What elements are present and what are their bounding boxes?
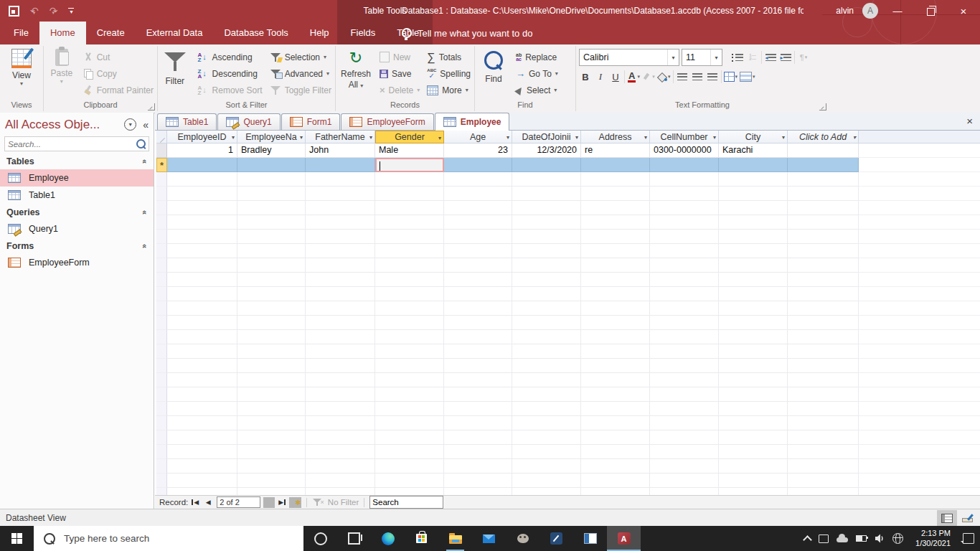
data-cell[interactable] xyxy=(788,158,859,172)
empty-cell[interactable] xyxy=(581,187,650,201)
empty-cell[interactable] xyxy=(512,172,581,187)
empty-cell[interactable] xyxy=(444,387,512,402)
empty-cell[interactable] xyxy=(788,402,859,416)
highlight-color-button[interactable]: ▾ xyxy=(642,70,655,84)
text-formatting-dialog-launcher[interactable] xyxy=(819,103,826,110)
format-painter-button[interactable]: Format Painter xyxy=(80,82,157,98)
font-color-button[interactable]: A▾ xyxy=(627,70,640,84)
empty-cell[interactable] xyxy=(237,373,306,387)
row-selector[interactable] xyxy=(156,287,167,301)
empty-cell[interactable] xyxy=(237,287,306,301)
column-header-gender[interactable]: Gender▾ xyxy=(375,131,444,143)
empty-cell[interactable] xyxy=(375,273,444,287)
column-header-city[interactable]: City▾ xyxy=(719,131,788,143)
empty-cell[interactable] xyxy=(788,445,859,459)
go-to-button[interactable]: → Go To▾ xyxy=(512,65,562,82)
empty-cell[interactable] xyxy=(167,215,237,230)
numbering-button[interactable]: 1—2— xyxy=(746,50,759,65)
mail-button[interactable] xyxy=(472,526,506,551)
empty-cell[interactable] xyxy=(444,230,512,244)
empty-cell[interactable] xyxy=(444,215,512,230)
new-blank-record-button[interactable]: ▶✱ xyxy=(289,497,301,508)
data-cell[interactable]: 23 xyxy=(444,143,512,158)
search-icon[interactable] xyxy=(136,139,146,149)
empty-cell[interactable] xyxy=(306,402,375,416)
data-cell[interactable]: 0300-0000000 xyxy=(650,143,719,158)
empty-cell[interactable] xyxy=(788,430,859,445)
empty-cell[interactable] xyxy=(375,330,444,344)
row-selector[interactable] xyxy=(156,402,167,416)
empty-cell[interactable] xyxy=(237,430,306,445)
empty-cell[interactable] xyxy=(375,459,444,474)
bold-button[interactable]: B xyxy=(579,70,592,84)
empty-cell[interactable] xyxy=(719,416,788,430)
empty-cell[interactable] xyxy=(719,330,788,344)
empty-cell[interactable] xyxy=(444,316,512,330)
increase-indent-button[interactable]: ▸ xyxy=(779,50,792,65)
column-dropdown-icon[interactable]: ▾ xyxy=(782,134,785,141)
row-selector[interactable] xyxy=(156,330,167,344)
empty-cell[interactable] xyxy=(167,359,237,373)
empty-cell[interactable] xyxy=(306,459,375,474)
empty-cell[interactable] xyxy=(375,187,444,201)
data-cell[interactable] xyxy=(167,158,237,172)
column-dropdown-icon[interactable]: ▾ xyxy=(853,134,856,141)
empty-cell[interactable] xyxy=(375,215,444,230)
view-button[interactable]: View ▾ xyxy=(7,47,36,87)
italic-button[interactable]: I xyxy=(594,70,607,84)
empty-cell[interactable] xyxy=(375,387,444,402)
empty-cell[interactable] xyxy=(444,330,512,344)
design-view-button[interactable] xyxy=(957,510,977,526)
empty-row[interactable] xyxy=(156,215,980,230)
dropdown-arrow-icon[interactable]: ▾ xyxy=(710,50,722,65)
empty-cell[interactable] xyxy=(650,344,719,359)
empty-cell[interactable] xyxy=(512,459,581,474)
empty-row[interactable] xyxy=(156,301,980,316)
datasheet-view-button[interactable] xyxy=(937,510,957,526)
toggle-filter-button[interactable]: Toggle Filter xyxy=(266,82,335,98)
sidebar-item-query1[interactable]: Query1 xyxy=(0,220,154,237)
empty-cell[interactable] xyxy=(719,316,788,330)
empty-cell[interactable] xyxy=(512,230,581,244)
empty-cell[interactable] xyxy=(237,201,306,215)
save-record-button[interactable]: Save xyxy=(376,65,423,82)
text-direction-button[interactable]: ¶▾ xyxy=(797,50,810,65)
customize-qat-button[interactable]: ▾ xyxy=(68,8,74,14)
shutter-bar-close-icon[interactable]: « xyxy=(143,119,149,131)
clipboard-dialog-launcher[interactable] xyxy=(148,103,155,110)
empty-cell[interactable] xyxy=(788,301,859,316)
record-search-input[interactable] xyxy=(369,496,443,509)
empty-cell[interactable] xyxy=(444,359,512,373)
edge-button[interactable] xyxy=(371,526,405,551)
empty-cell[interactable] xyxy=(167,373,237,387)
empty-cell[interactable] xyxy=(788,316,859,330)
doc-tab-employee[interactable]: Employee xyxy=(435,113,510,131)
empty-cell[interactable] xyxy=(306,330,375,344)
replace-button[interactable]: abac Replace xyxy=(512,49,562,65)
empty-cell[interactable] xyxy=(788,330,859,344)
row-selector[interactable] xyxy=(156,344,167,359)
empty-cell[interactable] xyxy=(237,273,306,287)
empty-cell[interactable] xyxy=(306,201,375,215)
empty-cell[interactable] xyxy=(375,230,444,244)
empty-cell[interactable] xyxy=(512,273,581,287)
empty-row[interactable] xyxy=(156,258,980,273)
empty-cell[interactable] xyxy=(167,488,237,495)
empty-cell[interactable] xyxy=(512,488,581,495)
empty-cell[interactable] xyxy=(719,301,788,316)
advanced-button[interactable]: Advanced▾ xyxy=(266,65,335,82)
empty-cell[interactable] xyxy=(512,258,581,273)
delete-record-button[interactable]: × Delete▾ xyxy=(376,82,423,98)
doc-tab-employeeform[interactable]: EmployeeForm xyxy=(341,113,433,130)
empty-cell[interactable] xyxy=(237,359,306,373)
sidebar-item-employee[interactable]: Employee xyxy=(0,169,154,187)
empty-cell[interactable] xyxy=(444,344,512,359)
empty-cell[interactable] xyxy=(375,301,444,316)
column-header-employeeid[interactable]: EmployeeID▾ xyxy=(167,131,237,143)
empty-cell[interactable] xyxy=(167,258,237,273)
empty-cell[interactable] xyxy=(788,244,859,258)
empty-cell[interactable] xyxy=(306,273,375,287)
empty-cell[interactable] xyxy=(581,301,650,316)
empty-cell[interactable] xyxy=(444,258,512,273)
empty-row[interactable] xyxy=(156,316,980,330)
